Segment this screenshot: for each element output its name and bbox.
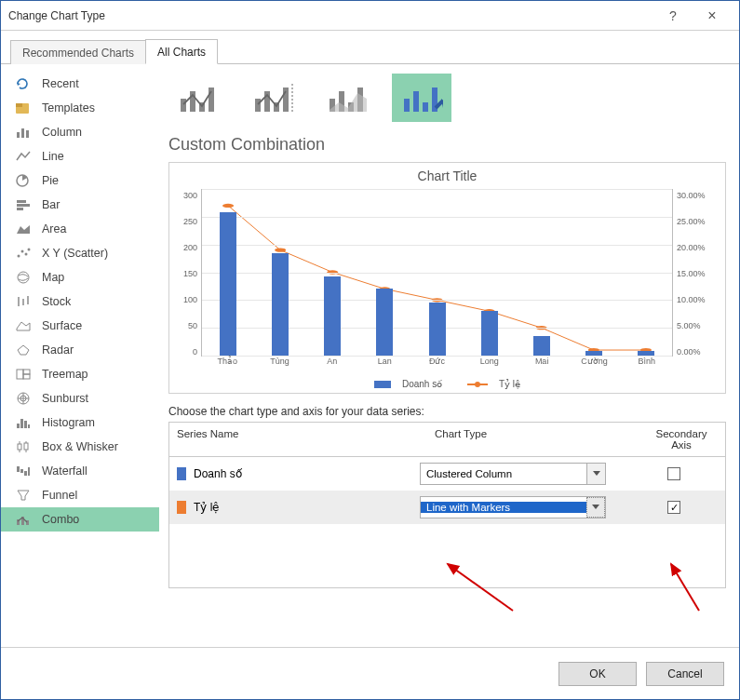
secondary-axis-checkbox[interactable] — [667, 467, 680, 480]
chart-type-label: X Y (Scatter) — [42, 247, 108, 260]
chart-type-label: Column — [42, 126, 82, 139]
svg-rect-7 — [17, 204, 30, 207]
combo-icon — [14, 512, 33, 527]
chart-type-label: Box & Whisker — [42, 440, 118, 453]
svg-point-10 — [21, 250, 24, 253]
chart-type-stock[interactable]: Stock — [1, 289, 159, 314]
svg-rect-38 — [28, 467, 30, 476]
chart-type-map[interactable]: Map — [1, 265, 159, 289]
combo-variant-1[interactable] — [168, 74, 228, 122]
svg-rect-32 — [24, 443, 28, 450]
series-row[interactable]: Tỷ lệLine with Markers✓ — [169, 491, 725, 524]
chart-type-templates[interactable]: Templates — [1, 96, 159, 120]
chart-preview-title: Chart Title — [173, 168, 721, 183]
svg-rect-56 — [413, 91, 419, 112]
chart-type-histogram[interactable]: Histogram — [1, 411, 159, 435]
recent-icon — [14, 76, 33, 91]
variant-heading: Custom Combination — [168, 135, 726, 155]
bar — [481, 311, 498, 356]
chart-legend: Doanh số Tỷ lệ — [173, 375, 721, 391]
chart-type-funnel[interactable]: Funnel — [1, 483, 159, 507]
sunburst-icon — [14, 391, 33, 406]
stock-icon — [14, 294, 33, 309]
col-header-chart-type: Chart Type — [427, 423, 638, 456]
chart-type-waterfall[interactable]: Waterfall — [1, 459, 159, 483]
chart-type-label: Funnel — [42, 489, 77, 502]
svg-rect-37 — [24, 471, 27, 476]
svg-rect-25 — [17, 424, 20, 428]
chart-type-column[interactable]: Column — [1, 120, 159, 144]
scatter-icon — [14, 246, 33, 261]
bar-icon — [14, 197, 33, 212]
series-name-label: Doanh số — [194, 467, 242, 480]
svg-point-13 — [18, 272, 29, 283]
svg-rect-35 — [17, 466, 20, 472]
templates-icon — [14, 101, 33, 115]
svg-rect-8 — [17, 208, 23, 210]
chevron-down-icon[interactable] — [586, 464, 605, 484]
tab-recommended-charts[interactable]: Recommended Charts — [10, 40, 146, 64]
chart-type-treemap[interactable]: Treemap — [1, 362, 159, 386]
line-icon — [14, 149, 33, 164]
chart-preview: Chart Title 300250200150100500 30.00%25.… — [168, 162, 726, 394]
bar — [220, 212, 236, 356]
main-panel: Custom Combination Chart Title 300250200… — [159, 64, 739, 647]
chart-type-label: Sunburst — [42, 392, 88, 405]
chart-type-label: Map — [42, 271, 64, 284]
chart-type-line[interactable]: Line — [1, 144, 159, 168]
svg-rect-26 — [20, 419, 23, 428]
svg-rect-45 — [209, 88, 214, 112]
series-row[interactable]: Doanh sốClustered Column — [169, 457, 725, 491]
svg-rect-28 — [28, 424, 30, 428]
bar — [272, 253, 289, 356]
svg-rect-27 — [24, 421, 27, 428]
chart-type-label: Stock — [42, 295, 71, 308]
combo-variant-3[interactable] — [317, 74, 377, 122]
chart-type-boxwhisker[interactable]: Box & Whisker — [1, 435, 159, 459]
chart-type-dropdown[interactable]: Clustered Column — [420, 463, 606, 485]
series-instruction: Choose the chart type and axis for your … — [168, 405, 726, 418]
series-table: Series Name Chart Type Secondary Axis Do… — [168, 422, 726, 588]
chart-type-surface[interactable]: Surface — [1, 314, 159, 338]
y-axis-secondary: 30.00%25.00%20.00%15.00%10.00%5.00%0.00% — [673, 189, 721, 375]
cancel-button[interactable]: Cancel — [646, 662, 724, 686]
chart-type-scatter[interactable]: X Y (Scatter) — [1, 241, 159, 265]
svg-rect-42 — [181, 99, 186, 112]
svg-rect-57 — [423, 102, 428, 112]
chart-type-combo[interactable]: Combo — [1, 507, 159, 532]
series-color-swatch — [177, 467, 186, 480]
combo-variant-custom[interactable] — [392, 74, 451, 122]
tab-all-charts[interactable]: All Charts — [145, 39, 218, 64]
dialog-footer: OK Cancel — [1, 647, 739, 699]
chart-type-sunburst[interactable]: Sunburst — [1, 386, 159, 411]
svg-point-59 — [222, 204, 234, 208]
chart-type-radar[interactable]: Radar — [1, 338, 159, 362]
svg-point-9 — [18, 255, 20, 258]
chart-type-pie[interactable]: Pie — [1, 168, 159, 193]
chart-type-bar[interactable]: Bar — [1, 193, 159, 217]
svg-rect-6 — [17, 200, 26, 203]
radar-icon — [14, 343, 33, 357]
help-button[interactable]: ? — [653, 2, 693, 30]
svg-rect-1 — [16, 103, 22, 107]
combo-variant-2[interactable] — [243, 74, 303, 122]
svg-point-12 — [28, 249, 31, 251]
x-axis-labels: ThảoTùngAnLanĐứcLongMaiCườngBình — [201, 357, 673, 375]
chart-type-label: Recent — [42, 77, 79, 90]
secondary-axis-checkbox[interactable]: ✓ — [667, 501, 680, 514]
bar — [376, 289, 393, 356]
close-button[interactable]: × — [693, 2, 732, 30]
chart-type-label: Templates — [42, 101, 95, 114]
chart-type-area[interactable]: Area — [1, 217, 159, 241]
plot-area — [201, 189, 673, 357]
chart-type-dropdown[interactable]: Line with Markers — [420, 496, 606, 518]
tab-strip: Recommended Charts All Charts — [1, 36, 739, 64]
bar — [324, 276, 341, 356]
chevron-down-icon[interactable] — [586, 497, 605, 518]
chart-type-recent[interactable]: Recent — [1, 72, 159, 96]
ok-button[interactable]: OK — [558, 662, 637, 686]
svg-rect-18 — [17, 370, 23, 379]
chart-type-label: Radar — [42, 343, 74, 357]
svg-point-11 — [25, 253, 28, 256]
boxwhisker-icon — [14, 439, 33, 454]
